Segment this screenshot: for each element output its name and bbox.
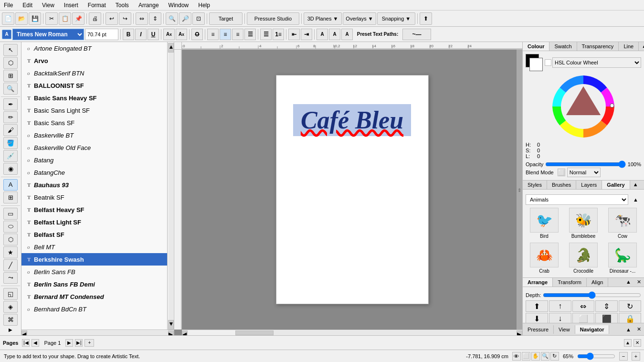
ungroup-btn[interactable]: ⬛ (595, 313, 618, 323)
menu-insert[interactable]: Insert (62, 1, 80, 10)
copy-btn[interactable]: 📋 (59, 12, 71, 25)
ellipse-tool-btn[interactable]: ⬭ (3, 221, 18, 233)
italic-btn[interactable]: I (135, 29, 147, 40)
flip-v-btn[interactable]: ⇕ (595, 300, 618, 312)
menu-view[interactable]: View (40, 1, 56, 10)
list-btn[interactable]: ☰ (260, 29, 272, 40)
right-resize-handle[interactable]: ⇔ (517, 50, 522, 330)
menu-format[interactable]: Format (86, 1, 108, 10)
gallery-item-bumblebee[interactable]: 🐝Bumblebee (565, 207, 602, 240)
font-item-baskerville-bt[interactable]: oBaskerville BT (21, 129, 167, 141)
gallery-dropdown-close[interactable]: ▲ (630, 196, 641, 203)
no-fill-btn[interactable] (545, 59, 551, 66)
zoom-tool-btn[interactable]: 🔍 (3, 83, 18, 95)
canvas-hscroll-left[interactable]: ◀ (182, 330, 188, 335)
scrollbar-thumb[interactable]: ▼ (168, 320, 174, 330)
canvas-main[interactable]: Café Bleu ⇔ (182, 50, 522, 330)
open-btn[interactable]: 📂 (15, 12, 28, 25)
font-item-backtalkserif-btn[interactable]: oBacktalkSerif BTN (21, 67, 167, 79)
colour-wheel-svg[interactable] (550, 73, 617, 140)
font-scrollbar[interactable]: ▲ ▼ (167, 42, 174, 330)
menu-file[interactable]: File (2, 1, 15, 10)
gallery-panel-close[interactable]: ✕ (641, 181, 644, 189)
rotate-btn[interactable]: ↻ (619, 300, 641, 312)
font-item-berlin-sans-fb-demi[interactable]: TBerlin Sans FB Demi (21, 278, 167, 290)
cut-btn[interactable]: ✂ (45, 12, 58, 25)
font-item-belfast-light-sf[interactable]: TBelfast Light SF (21, 216, 167, 228)
align-right-btn[interactable]: ≡ (232, 29, 243, 40)
align-tab[interactable]: Align (587, 278, 608, 287)
view-tab-right[interactable]: View (554, 325, 575, 334)
pages-close[interactable]: ✕ (633, 339, 641, 347)
3d-planes-btn[interactable]: 3D Planes ▼ (304, 12, 342, 25)
gallery-item-crab[interactable]: 🦀Crab (526, 242, 563, 275)
flip-h-btn[interactable]: ⇔ (572, 300, 595, 312)
colour-model-select[interactable]: HSL Colour Wheel (552, 57, 641, 68)
align-left-btn[interactable]: ≡ (207, 29, 219, 40)
pages-expand[interactable]: ▲ (624, 339, 632, 347)
rect-tool-btn[interactable]: ▭ (3, 208, 18, 220)
zoom-out-btn[interactable]: 🔎 (179, 12, 191, 25)
zoom-fit-btn[interactable]: ⊡ (192, 12, 205, 25)
scrollbar-up[interactable]: ▲ (168, 43, 174, 53)
zoom-in-status-btn[interactable]: + (632, 352, 640, 361)
colour-panel-expand[interactable]: ▲ (639, 42, 644, 51)
arrange-tab[interactable]: Arrange (523, 278, 553, 287)
char-A3-btn[interactable]: A (341, 29, 353, 40)
layers-tab[interactable]: Layers (576, 181, 602, 189)
background-color[interactable] (529, 58, 543, 71)
align-center-btn[interactable]: ≡ (220, 29, 231, 40)
gallery-item-cow[interactable]: 🐄Cow (604, 207, 641, 240)
char-A-btn[interactable]: A (317, 29, 328, 40)
font-item-batangche[interactable]: oBatangChe (21, 166, 167, 179)
arrange-panel-expand[interactable]: ▲ (623, 278, 634, 287)
gallery-item-crocodile[interactable]: 🐊Crocodile (565, 242, 602, 275)
spray-tool-btn[interactable]: ◉ (3, 163, 18, 175)
to-front-btn[interactable]: ⬆ (526, 300, 548, 312)
zoom-out-status-btn[interactable]: − (619, 352, 628, 361)
zoom-slider[interactable] (577, 353, 615, 360)
star-tool-btn[interactable]: ★ (3, 246, 18, 258)
page-prev-btn[interactable]: ◀ (32, 339, 39, 347)
char-A2-btn[interactable]: A (329, 29, 340, 40)
menu-help[interactable]: Help (196, 1, 212, 10)
hue-indicator[interactable] (610, 104, 614, 107)
menu-window[interactable]: Window (167, 1, 191, 10)
font-item-artone-elongated-bt[interactable]: oArtone Elongated BT (21, 42, 167, 54)
font-item-batang[interactable]: oBatang (21, 154, 167, 166)
to-back-btn[interactable]: ⬇ (526, 313, 548, 323)
print-btn[interactable]: 🖨 (89, 12, 101, 25)
font-item-balloonist-sf[interactable]: TBALLOONIST SF (21, 79, 167, 92)
transform-tab[interactable]: Transform (553, 278, 587, 287)
backward-btn[interactable]: ↓ (549, 313, 571, 323)
right-bottom-expand[interactable]: ▲ (623, 326, 634, 333)
pressure-tab[interactable]: Pressure (523, 325, 554, 334)
font-item-baskerville-old-face[interactable]: oBaskerville Old Face (21, 141, 167, 154)
font-item-beatnik-sf[interactable]: TBeatnik SF (21, 191, 167, 203)
paste-btn[interactable]: 📌 (72, 12, 84, 25)
menu-edit[interactable]: Edit (21, 1, 34, 10)
hscroll-right[interactable]: ▶ (168, 330, 174, 335)
font-size-input[interactable] (85, 29, 118, 40)
bold-btn[interactable]: B (123, 29, 134, 40)
indent-less-btn[interactable]: ⇤ (288, 29, 300, 40)
blend-mode-select[interactable]: Normal (567, 168, 601, 177)
font-item-bernard-mt-condensed[interactable]: TBernard MT Condensed (21, 290, 167, 303)
lock-btn[interactable]: 🔒 (619, 313, 641, 323)
gallery-category-select[interactable]: Animals (526, 194, 628, 205)
zoom-mode-btn[interactable]: 🔍 (541, 352, 549, 361)
align-justify-btn[interactable]: ☰ (244, 29, 256, 40)
hscroll-left[interactable]: ◀ (21, 330, 27, 335)
page-next-btn[interactable]: ▶ (65, 339, 73, 347)
save-btn[interactable]: 💾 (29, 12, 41, 25)
transparency-tab[interactable]: Transparency (577, 42, 619, 51)
brush-tool-btn[interactable]: 🖌 (3, 124, 18, 136)
expand-tools-btn[interactable]: ▶ (7, 327, 14, 333)
menu-arrange[interactable]: Arrange (137, 1, 161, 10)
node-tool-btn[interactable]: ⬡ (3, 57, 18, 69)
gallery-item-bird[interactable]: 🐦Bird (526, 207, 563, 240)
view-btn2[interactable]: ⬜ (522, 352, 530, 361)
distort-tool-btn[interactable]: ⌘ (3, 314, 18, 326)
shadow-tool-btn[interactable]: ◱ (3, 288, 18, 300)
group-btn[interactable]: ⬜ (572, 313, 595, 323)
